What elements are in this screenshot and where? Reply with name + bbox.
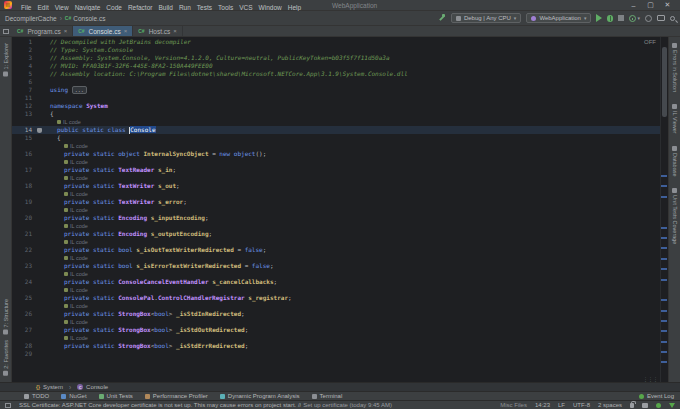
status-item-misc-files[interactable]: Misc Files (500, 402, 527, 408)
coverage-button[interactable] (645, 15, 652, 22)
code-lines[interactable]: 1// Decompiled with JetBrains decompiler… (12, 37, 660, 382)
status-item-2-spaces[interactable]: 2 spaces (598, 402, 622, 408)
tab-host-cs[interactable]: C#Host.cs× (133, 26, 183, 36)
class-gutter-icon[interactable] (37, 128, 42, 133)
code-line[interactable]: 11 (12, 94, 660, 102)
tab-close-icon[interactable]: × (124, 28, 128, 34)
code-line[interactable]: 2// Type: System.Console (12, 46, 660, 54)
tab-close-icon[interactable]: × (64, 28, 68, 34)
menu-item-tests[interactable]: Tests (197, 4, 212, 11)
status-item-14-23[interactable]: 14:23 (535, 402, 550, 408)
code-line[interactable]: 23private static bool s_isErrorTextWrite… (12, 262, 660, 270)
breadcrumb-class[interactable]: Console (86, 384, 108, 390)
menu-item-run[interactable]: Run (179, 4, 191, 11)
tool-window-button-terminal[interactable]: Terminal (312, 393, 343, 399)
stop-button[interactable] (618, 15, 624, 21)
tab-close-icon[interactable]: × (173, 28, 177, 34)
code-vision-hint[interactable]: IL code (12, 142, 660, 150)
close-button[interactable]: ✕ (659, 1, 676, 9)
menu-item-window[interactable]: Window (259, 4, 282, 11)
tool-window-button-7-structure[interactable]: 7: Structure (3, 299, 9, 334)
code-line[interactable]: 18private static TextWriter s_out; (12, 182, 660, 190)
code-line[interactable]: 22private static bool s_isOutTextWriterR… (12, 246, 660, 254)
notifications-icon[interactable] (642, 403, 648, 408)
breadcrumb-namespace[interactable]: System (43, 384, 63, 390)
code-vision-hint[interactable]: IL code (12, 158, 660, 166)
profiler-button[interactable]: ▾ (629, 15, 640, 22)
status-item-lf[interactable]: LF (558, 402, 565, 408)
editor[interactable]: OFF 1// Decompiled with JetBrains decomp… (12, 37, 668, 382)
code-vision-hint[interactable]: IL code (12, 318, 660, 326)
menu-item-edit[interactable]: Edit (37, 4, 48, 11)
code-line[interactable]: 13{ (12, 110, 660, 118)
code-line[interactable]: 25private static ConsolePal.ControlCHand… (12, 294, 660, 302)
code-line[interactable]: 28private static StrongBox<bool> _isStdE… (12, 342, 660, 350)
run-target-selector[interactable]: WebApplication ▾ (526, 13, 591, 23)
tool-window-button-1-explorer[interactable]: 1: Explorer (3, 43, 9, 77)
event-log-button[interactable]: Event Log (639, 393, 674, 399)
code-line[interactable]: 3// Assembly: System.Console, Version=4.… (12, 54, 660, 62)
tool-window-toggle-icon[interactable] (5, 403, 11, 408)
tool-window-button-unit-tests[interactable]: Unit Tests (99, 393, 133, 399)
code-line[interactable]: 1// Decompiled with JetBrains decompiler (12, 38, 660, 46)
tool-window-button-dynamic-program-analysis[interactable]: Dynamic Program Analysis (220, 393, 300, 399)
code-line[interactable]: 6 (12, 78, 660, 86)
code-line[interactable]: 26private static StrongBox<bool> _isStdI… (12, 310, 660, 318)
code-vision-hint[interactable]: IL code (12, 222, 660, 230)
code-vision-hint[interactable]: IL code (12, 302, 660, 310)
code-line[interactable]: 4// MVID: FFA03B1F-32F6-445E-8FA2-150A44… (12, 62, 660, 70)
tool-window-button-todo[interactable]: TODO (24, 393, 49, 399)
status-action-link[interactable]: Set up certificate (today 9:45 AM) (303, 402, 392, 408)
tab-options-icon[interactable] (0, 26, 12, 36)
code-vision-hint[interactable]: IL code (12, 238, 660, 246)
status-item-utf-8[interactable]: UTF-8 (573, 402, 590, 408)
code-line[interactable]: 7using ... (12, 86, 660, 94)
resize-grip[interactable]: ⋮⋮⋮ (643, 378, 658, 381)
scrollbar-thumb[interactable] (662, 47, 667, 117)
menu-item-refactor[interactable]: Refactor (128, 4, 153, 11)
attach-to-process-button[interactable] (657, 15, 665, 21)
menu-item-code[interactable]: Code (106, 4, 122, 11)
code-vision-hint[interactable]: IL code (12, 206, 660, 214)
menu-item-tools[interactable]: Tools (218, 4, 233, 11)
tool-window-button-performance-profiler[interactable]: Performance Profiler (145, 393, 208, 399)
analysis-status-icon[interactable] (656, 403, 661, 408)
breadcrumb-folder[interactable]: DecompilerCache (5, 15, 57, 22)
code-line[interactable]: 14public static class Console (12, 126, 660, 134)
highlighting-widget-icon[interactable] (669, 403, 675, 408)
run-configuration-selector[interactable]: Debug | Any CPU ▾ (451, 13, 521, 23)
menu-item-build[interactable]: Build (158, 4, 172, 11)
code-line[interactable]: 29 (12, 350, 660, 358)
tool-window-button-nuget[interactable]: NuGet (61, 393, 86, 399)
menu-item-file[interactable]: File (21, 4, 31, 11)
menu-item-help[interactable]: Help (288, 4, 301, 11)
highlighting-level-badge[interactable]: OFF (644, 39, 656, 45)
code-line[interactable]: 16private static object InternalSyncObje… (12, 150, 660, 158)
editor-scrollbar[interactable] (660, 37, 668, 382)
menu-item-navigate[interactable]: Navigate (75, 4, 101, 11)
code-line[interactable]: 5// Assembly location: C:\Program Files\… (12, 70, 660, 78)
menu-item-view[interactable]: View (55, 4, 69, 11)
code-vision-hint[interactable]: IL code (12, 118, 660, 126)
code-vision-hint[interactable]: IL code (12, 254, 660, 262)
build-solution-icon[interactable] (438, 14, 446, 22)
maximize-button[interactable]: ▢ (642, 1, 659, 9)
minimize-button[interactable]: – (625, 2, 642, 9)
tool-window-button-errors-in-solution[interactable]: Errors in Solution (672, 43, 678, 92)
code-vision-hint[interactable]: IL code (12, 270, 660, 278)
code-vision-hint[interactable]: IL code (12, 334, 660, 342)
code-line[interactable]: 19private static TextWriter s_error; (12, 198, 660, 206)
code-line[interactable]: 20private static Encoding s_inputEncodin… (12, 214, 660, 222)
tab-console-cs[interactable]: C#Console.cs× (73, 26, 133, 36)
breadcrumb-file[interactable]: Console.cs (73, 15, 105, 22)
code-line[interactable]: 17private static TextReader s_in; (12, 166, 660, 174)
debug-button[interactable] (607, 15, 613, 22)
code-vision-hint[interactable]: IL code (12, 190, 660, 198)
code-vision-hint[interactable]: IL code (12, 286, 660, 294)
menu-item-vcs[interactable]: VCS (239, 4, 252, 11)
code-vision-hint[interactable]: IL code (12, 174, 660, 182)
tab-program-cs[interactable]: C#Program.cs× (12, 26, 73, 36)
code-line[interactable]: 21private static Encoding s_outputEncodi… (12, 230, 660, 238)
code-line[interactable]: 15{ (12, 134, 660, 142)
run-button[interactable] (596, 14, 602, 22)
